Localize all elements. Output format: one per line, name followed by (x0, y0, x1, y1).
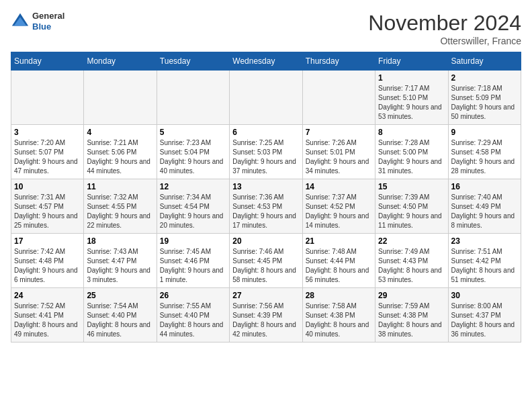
calendar-cell: 24Sunrise: 7:52 AMSunset: 4:41 PMDayligh… (11, 288, 84, 342)
month-title: November 2024 (368, 11, 521, 36)
week-row-2: 3Sunrise: 7:20 AMSunset: 5:07 PMDaylight… (11, 125, 521, 179)
calendar-cell: 22Sunrise: 7:49 AMSunset: 4:43 PMDayligh… (375, 234, 448, 288)
calendar-cell: 12Sunrise: 7:34 AMSunset: 4:54 PMDayligh… (157, 179, 229, 234)
calendar-cell (302, 71, 375, 125)
day-number: 13 (232, 182, 299, 191)
day-info: Sunrise: 7:32 AMSunset: 4:55 PMDaylight:… (87, 193, 153, 230)
day-info: Sunrise: 7:26 AMSunset: 5:01 PMDaylight:… (306, 138, 372, 176)
day-info: Sunrise: 7:18 AMSunset: 5:09 PMDaylight:… (451, 84, 518, 122)
calendar-cell: 28Sunrise: 7:58 AMSunset: 4:38 PMDayligh… (302, 288, 375, 342)
day-info: Sunrise: 7:28 AMSunset: 5:00 PMDaylight:… (378, 138, 445, 176)
day-info: Sunrise: 7:55 AMSunset: 4:40 PMDaylight:… (160, 302, 226, 339)
calendar-cell: 11Sunrise: 7:32 AMSunset: 4:55 PMDayligh… (84, 179, 157, 234)
day-info: Sunrise: 7:49 AMSunset: 4:43 PMDaylight:… (378, 247, 445, 285)
logo-icon (11, 12, 30, 31)
day-number: 15 (378, 182, 445, 191)
calendar-cell: 27Sunrise: 7:56 AMSunset: 4:39 PMDayligh… (230, 288, 302, 342)
day-info: Sunrise: 7:29 AMSunset: 4:58 PMDaylight:… (451, 138, 518, 176)
day-number: 16 (451, 182, 518, 191)
calendar-cell: 13Sunrise: 7:36 AMSunset: 4:53 PMDayligh… (230, 179, 302, 234)
day-number: 6 (232, 128, 299, 137)
day-number: 29 (378, 291, 445, 300)
day-number: 18 (87, 236, 153, 246)
day-info: Sunrise: 7:45 AMSunset: 4:46 PMDaylight:… (160, 247, 226, 285)
day-number: 4 (87, 128, 153, 137)
day-info: Sunrise: 7:36 AMSunset: 4:53 PMDaylight:… (232, 193, 299, 230)
calendar-body: 1Sunrise: 7:17 AMSunset: 5:10 PMDaylight… (11, 71, 521, 342)
week-row-5: 24Sunrise: 7:52 AMSunset: 4:41 PMDayligh… (11, 288, 521, 342)
calendar-cell: 26Sunrise: 7:55 AMSunset: 4:40 PMDayligh… (157, 288, 229, 342)
calendar-cell: 9Sunrise: 7:29 AMSunset: 4:58 PMDaylight… (448, 125, 521, 179)
day-number: 27 (232, 291, 299, 300)
day-number: 2 (451, 73, 518, 83)
day-info: Sunrise: 7:40 AMSunset: 4:49 PMDaylight:… (451, 193, 518, 230)
day-info: Sunrise: 7:54 AMSunset: 4:40 PMDaylight:… (87, 302, 153, 339)
day-info: Sunrise: 7:23 AMSunset: 5:04 PMDaylight:… (160, 138, 226, 176)
calendar-header: SundayMondayTuesdayWednesdayThursdayFrid… (11, 52, 521, 71)
day-info: Sunrise: 7:59 AMSunset: 4:38 PMDaylight:… (378, 302, 445, 339)
day-number: 20 (232, 236, 299, 246)
day-number: 7 (306, 128, 372, 137)
calendar-cell: 4Sunrise: 7:21 AMSunset: 5:06 PMDaylight… (84, 125, 157, 179)
day-number: 8 (378, 128, 445, 137)
weekday-header-row: SundayMondayTuesdayWednesdayThursdayFrid… (11, 52, 521, 71)
weekday-header-sunday: Sunday (11, 52, 84, 71)
calendar-cell: 6Sunrise: 7:25 AMSunset: 5:03 PMDaylight… (230, 125, 302, 179)
logo-general: General (32, 11, 64, 21)
day-info: Sunrise: 8:00 AMSunset: 4:37 PMDaylight:… (451, 302, 518, 339)
day-number: 24 (14, 291, 81, 300)
day-info: Sunrise: 7:52 AMSunset: 4:41 PMDaylight:… (14, 302, 81, 339)
calendar-cell: 21Sunrise: 7:48 AMSunset: 4:44 PMDayligh… (302, 234, 375, 288)
day-number: 10 (14, 182, 81, 191)
calendar-cell (157, 71, 229, 125)
day-number: 26 (160, 291, 226, 300)
logo-blue: Blue (32, 21, 64, 32)
calendar-cell: 18Sunrise: 7:43 AMSunset: 4:47 PMDayligh… (84, 234, 157, 288)
calendar-cell: 7Sunrise: 7:26 AMSunset: 5:01 PMDaylight… (302, 125, 375, 179)
day-number: 14 (306, 182, 372, 191)
calendar-cell: 29Sunrise: 7:59 AMSunset: 4:38 PMDayligh… (375, 288, 448, 342)
day-info: Sunrise: 7:43 AMSunset: 4:47 PMDaylight:… (87, 247, 153, 285)
day-info: Sunrise: 7:39 AMSunset: 4:50 PMDaylight:… (378, 193, 445, 230)
day-info: Sunrise: 7:25 AMSunset: 5:03 PMDaylight:… (232, 138, 299, 176)
day-info: Sunrise: 7:48 AMSunset: 4:44 PMDaylight:… (306, 247, 372, 285)
calendar-cell: 14Sunrise: 7:37 AMSunset: 4:52 PMDayligh… (302, 179, 375, 234)
logo: General Blue (11, 11, 64, 32)
weekday-header-tuesday: Tuesday (157, 52, 229, 71)
calendar-cell: 17Sunrise: 7:42 AMSunset: 4:48 PMDayligh… (11, 234, 84, 288)
calendar-cell: 8Sunrise: 7:28 AMSunset: 5:00 PMDaylight… (375, 125, 448, 179)
calendar-cell: 30Sunrise: 8:00 AMSunset: 4:37 PMDayligh… (448, 288, 521, 342)
calendar-cell: 16Sunrise: 7:40 AMSunset: 4:49 PMDayligh… (448, 179, 521, 234)
day-number: 30 (451, 291, 518, 300)
day-number: 9 (451, 128, 518, 137)
calendar-cell: 5Sunrise: 7:23 AMSunset: 5:04 PMDaylight… (157, 125, 229, 179)
day-number: 3 (14, 128, 81, 137)
day-info: Sunrise: 7:56 AMSunset: 4:39 PMDaylight:… (232, 302, 299, 339)
weekday-header-thursday: Thursday (302, 52, 375, 71)
calendar-cell: 25Sunrise: 7:54 AMSunset: 4:40 PMDayligh… (84, 288, 157, 342)
day-number: 25 (87, 291, 153, 300)
calendar-cell: 2Sunrise: 7:18 AMSunset: 5:09 PMDaylight… (448, 71, 521, 125)
weekday-header-monday: Monday (84, 52, 157, 71)
calendar-cell: 1Sunrise: 7:17 AMSunset: 5:10 PMDaylight… (375, 71, 448, 125)
day-info: Sunrise: 7:46 AMSunset: 4:45 PMDaylight:… (232, 247, 299, 285)
week-row-4: 17Sunrise: 7:42 AMSunset: 4:48 PMDayligh… (11, 234, 521, 288)
calendar-cell (230, 71, 302, 125)
day-number: 23 (451, 236, 518, 246)
day-number: 1 (378, 73, 445, 83)
calendar-cell: 10Sunrise: 7:31 AMSunset: 4:57 PMDayligh… (11, 179, 84, 234)
week-row-3: 10Sunrise: 7:31 AMSunset: 4:57 PMDayligh… (11, 179, 521, 234)
day-info: Sunrise: 7:20 AMSunset: 5:07 PMDaylight:… (14, 138, 81, 176)
day-number: 19 (160, 236, 226, 246)
calendar-cell: 3Sunrise: 7:20 AMSunset: 5:07 PMDaylight… (11, 125, 84, 179)
day-number: 21 (306, 236, 372, 246)
weekday-header-saturday: Saturday (448, 52, 521, 71)
day-number: 28 (306, 291, 372, 300)
day-info: Sunrise: 7:21 AMSunset: 5:06 PMDaylight:… (87, 138, 153, 176)
day-info: Sunrise: 7:58 AMSunset: 4:38 PMDaylight:… (306, 302, 372, 339)
day-info: Sunrise: 7:51 AMSunset: 4:42 PMDaylight:… (451, 247, 518, 285)
calendar-cell (11, 71, 84, 125)
day-number: 17 (14, 236, 81, 246)
weekday-header-wednesday: Wednesday (230, 52, 302, 71)
page-header: General Blue November 2024 Otterswiller,… (11, 11, 521, 46)
